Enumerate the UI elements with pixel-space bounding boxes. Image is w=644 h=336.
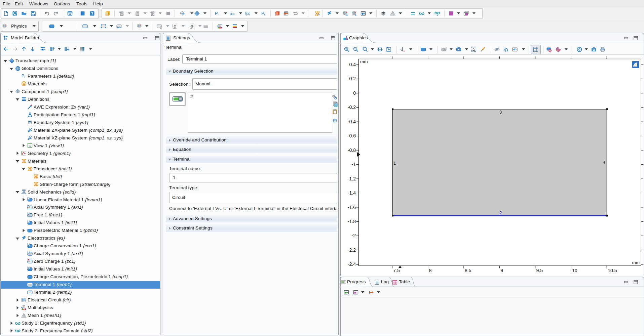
svg-text:i: i	[264, 13, 265, 16]
svg-text:0: 0	[353, 90, 356, 96]
svg-text:-0.2: -0.2	[348, 104, 356, 110]
svg-text:D: D	[28, 251, 30, 254]
svg-text:-0.6: -0.6	[348, 133, 356, 138]
svg-text:4: 4	[603, 160, 605, 165]
svg-text:-0.4: -0.4	[348, 119, 356, 124]
svg-text:D: D	[28, 197, 30, 200]
svg-text:-2.4: -2.4	[348, 261, 356, 267]
svg-text:7.5: 7.5	[393, 268, 400, 273]
svg-text:D: D	[28, 212, 30, 215]
svg-text:3: 3	[499, 110, 502, 115]
svg-text:8.5: 8.5	[465, 268, 471, 273]
svg-text:10: 10	[572, 268, 577, 273]
svg-text:?: ?	[91, 11, 93, 15]
svg-text:0.4: 0.4	[349, 62, 356, 67]
svg-text:mm: mm	[632, 260, 640, 265]
svg-text:D: D	[28, 220, 30, 223]
svg-text:a=: a=	[230, 11, 235, 16]
svg-text:2: 2	[499, 210, 502, 215]
svg-text:1: 1	[393, 161, 396, 166]
svg-text:DD: DD	[117, 26, 121, 29]
svg-text:9: 9	[500, 268, 503, 273]
svg-text:D: D	[28, 243, 30, 246]
svg-text:-1.8: -1.8	[348, 219, 356, 224]
svg-text:-2: -2	[352, 233, 356, 238]
svg-text:8: 8	[429, 268, 432, 273]
svg-text:i: i	[25, 75, 25, 79]
svg-text:10.5: 10.5	[608, 268, 617, 273]
svg-text:0.2: 0.2	[349, 76, 356, 81]
svg-text:f(x): f(x)	[245, 11, 250, 15]
svg-text:-0.8: -0.8	[348, 148, 356, 153]
svg-text:D: D	[28, 205, 30, 208]
svg-text:-1.4: -1.4	[348, 190, 356, 196]
svg-text:P: P	[22, 74, 24, 78]
svg-text:i: i	[218, 13, 219, 16]
svg-text:xy: xy	[29, 144, 31, 148]
svg-text:D: D	[28, 266, 30, 269]
svg-text:-1.6: -1.6	[348, 205, 356, 210]
svg-text:-1.2: -1.2	[348, 176, 356, 181]
svg-text:9.5: 9.5	[536, 268, 543, 273]
svg-text:P: P	[261, 11, 264, 16]
svg-text:mm: mm	[360, 59, 368, 64]
svg-text:P: P	[215, 11, 218, 16]
svg-text:-1: -1	[352, 162, 356, 167]
svg-text:-2.2: -2.2	[348, 247, 356, 253]
